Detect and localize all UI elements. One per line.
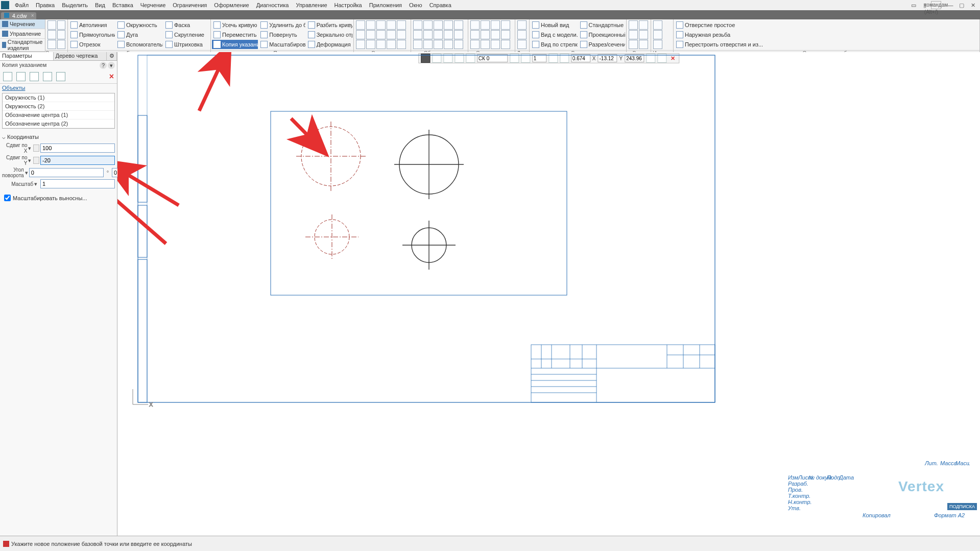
circle-button[interactable]: Окружность — [116, 20, 163, 30]
dim3-icon[interactable] — [376, 20, 386, 30]
angle-deg-input[interactable] — [29, 168, 104, 177]
hole-simple-button[interactable]: Отверстие простое — [675, 20, 978, 30]
m15-icon[interactable] — [454, 40, 463, 49]
scale-input[interactable] — [40, 179, 115, 188]
scale-leaders-checkbox[interactable] — [4, 195, 11, 201]
c4-icon[interactable] — [501, 20, 510, 30]
close-icon[interactable]: ✕ — [968, 1, 978, 9]
model-view-button[interactable]: Вид с модели... — [531, 30, 578, 39]
line-button[interactable]: Отрезок — [69, 40, 115, 49]
dim6-icon[interactable] — [356, 30, 365, 39]
menu-edit[interactable]: Правка — [32, 1, 58, 9]
shift-y-input[interactable] — [40, 156, 115, 165]
i3-icon[interactable] — [629, 30, 638, 39]
menu-select[interactable]: Выделить — [58, 1, 91, 9]
rect-button[interactable]: Прямоугольник — [69, 30, 115, 39]
new-view-button[interactable]: Новый вид — [531, 20, 578, 30]
chamfer-button[interactable]: Фаска — [164, 20, 206, 30]
menu-annot[interactable]: Оформление — [210, 1, 252, 9]
menu-constraints[interactable]: Ограничения — [169, 1, 210, 9]
m13-icon[interactable] — [434, 40, 443, 49]
auxline-button[interactable]: Вспомогательная прямая — [116, 40, 163, 49]
new-icon[interactable] — [47, 20, 56, 30]
c8-icon[interactable] — [501, 30, 510, 39]
arc-button[interactable]: Дуга — [116, 30, 163, 39]
mirror-button[interactable]: Зеркально отразить — [306, 30, 352, 39]
dim11-icon[interactable] — [356, 40, 365, 49]
dropdown-icon[interactable]: ▾ — [28, 145, 32, 152]
m12-icon[interactable] — [423, 40, 433, 49]
dim1-icon[interactable] — [356, 20, 365, 30]
t3-icon[interactable] — [653, 40, 662, 49]
trim-button[interactable]: Усечь кривую — [212, 20, 258, 30]
m7-icon[interactable] — [423, 30, 433, 39]
menu-help[interactable]: Справка — [426, 1, 455, 9]
m3-icon[interactable] — [434, 20, 443, 30]
pin-icon[interactable] — [33, 157, 39, 164]
global-search[interactable]: Поиск по командам (Alt+/) — [931, 1, 941, 9]
c9-icon[interactable] — [470, 40, 480, 49]
m14-icon[interactable] — [444, 40, 453, 49]
coords-header[interactable]: Координаты — [2, 133, 115, 141]
print-icon[interactable] — [57, 30, 66, 39]
proj-view-button[interactable]: Проекционный вид — [579, 30, 626, 39]
d1-icon[interactable] — [517, 20, 527, 30]
dim15-icon[interactable] — [397, 40, 406, 49]
hatch-button[interactable]: Штриховка — [164, 40, 206, 49]
dim2-icon[interactable] — [366, 20, 375, 30]
c11-icon[interactable] — [491, 40, 500, 49]
copy-by-point-button[interactable]: Копия указанием — [212, 40, 258, 49]
menu-view[interactable]: Вид — [91, 1, 109, 9]
fillet-button[interactable]: Скругление — [164, 30, 206, 39]
menu-file[interactable]: Файл — [11, 1, 32, 9]
i2-icon[interactable] — [639, 20, 648, 30]
c5-icon[interactable] — [470, 30, 480, 39]
help-icon[interactable]: ? — [100, 62, 107, 69]
gear-icon[interactable]: ⚙ — [107, 52, 117, 60]
mode5-icon[interactable] — [56, 72, 65, 81]
document-tab[interactable]: 4.cdw × — [1, 12, 36, 19]
c6-icon[interactable] — [481, 30, 490, 39]
tab-close-icon[interactable]: × — [31, 13, 34, 18]
deform-button[interactable]: Деформация перемещением — [306, 40, 352, 49]
dim5-icon[interactable] — [397, 20, 406, 30]
minimize-icon[interactable]: — — [945, 1, 955, 9]
c3-icon[interactable] — [491, 20, 500, 30]
std-views-button[interactable]: Стандартные виды с модели — [579, 20, 626, 30]
d2-icon[interactable] — [517, 30, 527, 39]
c12-icon[interactable] — [501, 40, 510, 49]
shift-x-input[interactable] — [40, 143, 115, 153]
d3-icon[interactable] — [517, 40, 527, 49]
objects-link[interactable]: Объекты — [2, 85, 25, 91]
c10-icon[interactable] — [481, 40, 490, 49]
dim12-icon[interactable] — [366, 40, 375, 49]
m10-icon[interactable] — [454, 30, 463, 39]
layout-icon[interactable]: ▭ — [909, 1, 919, 9]
mode2-icon[interactable] — [16, 72, 26, 81]
rotate-button[interactable]: Повернуть — [259, 30, 305, 39]
section-button[interactable]: Разрез/сечение — [579, 40, 626, 49]
c1-icon[interactable] — [470, 20, 480, 30]
menu-diag[interactable]: Диагностика — [253, 1, 293, 9]
m5-icon[interactable] — [454, 20, 463, 30]
dim8-icon[interactable] — [376, 30, 386, 39]
i1-icon[interactable] — [629, 20, 638, 30]
i4-icon[interactable] — [639, 30, 648, 39]
mode4-icon[interactable] — [43, 72, 52, 81]
menu-insert[interactable]: Вставка — [109, 1, 137, 9]
collapse-icon[interactable]: ▾ — [108, 62, 115, 69]
undo-icon[interactable] — [47, 40, 56, 49]
m4-icon[interactable] — [444, 20, 453, 30]
dim13-icon[interactable] — [376, 40, 386, 49]
m11-icon[interactable] — [413, 40, 422, 49]
list-item[interactable]: Окружность (2) — [3, 102, 114, 111]
dropdown-icon[interactable]: ▾ — [34, 181, 39, 187]
menu-apps[interactable]: Приложения — [366, 1, 405, 9]
dim9-icon[interactable] — [387, 30, 396, 39]
redo-icon[interactable] — [57, 40, 66, 49]
mode1-icon[interactable] — [3, 72, 12, 81]
m9-icon[interactable] — [444, 30, 453, 39]
dropdown-icon[interactable]: ▾ — [25, 170, 28, 176]
pin-icon[interactable] — [33, 145, 39, 152]
dropdown-icon[interactable]: ▾ — [28, 157, 32, 164]
